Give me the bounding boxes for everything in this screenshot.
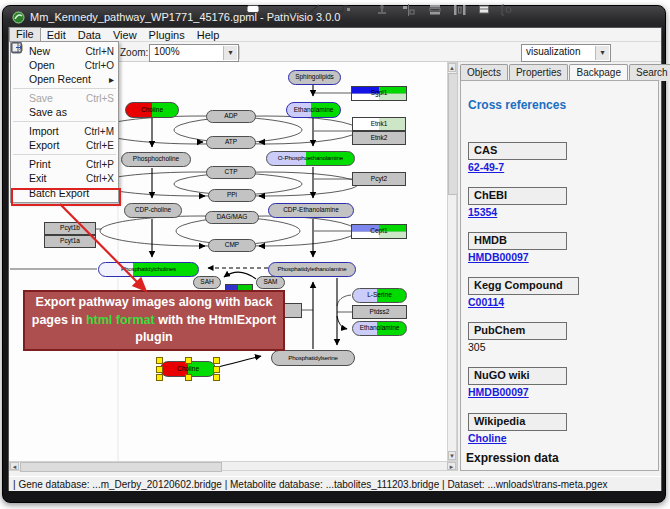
node-ethanolamine[interactable]: Ethanolamine	[286, 102, 341, 118]
line-tool-button[interactable]: ▾	[307, 3, 317, 20]
scrollbar-thumb[interactable]	[20, 462, 222, 472]
menu-plugins[interactable]: Plugins	[143, 28, 191, 42]
node-phosphatidylserine[interactable]: Phosphatidylserine	[271, 350, 355, 366]
xref-link-wikipedia[interactable]: Choline	[468, 432, 507, 444]
selection-handle[interactable]	[213, 374, 220, 381]
selection-handle[interactable]	[213, 357, 220, 364]
annotation-highlight: html format	[86, 313, 155, 327]
node-ctp[interactable]: CTP	[206, 166, 256, 179]
scroll-left-icon[interactable]: ◄	[10, 462, 19, 470]
node-sgpl1[interactable]: Sgpl1	[351, 86, 407, 101]
xref-header-chebi: ChEBI	[468, 187, 567, 205]
node-ethanolamine-bottom[interactable]: Ethanolamine	[352, 321, 407, 336]
scroll-up-icon[interactable]: ▲	[448, 63, 456, 72]
xref-link-hmdb[interactable]: HMDB00097	[468, 251, 529, 263]
selection-handle[interactable]	[156, 357, 163, 364]
node-pcyt2[interactable]: Pcyt2	[352, 172, 406, 186]
xref-link-chebi[interactable]: 15354	[468, 206, 497, 218]
selection-handle[interactable]	[156, 366, 163, 373]
selection-handle[interactable]	[185, 374, 192, 381]
xref-link-cas[interactable]: 62-49-7	[468, 161, 504, 173]
node-etnk1[interactable]: Etnk1	[352, 117, 406, 131]
file-menu-item-save-as[interactable]: Save as	[11, 105, 118, 119]
menu-help[interactable]: Help	[191, 28, 226, 42]
file-menu-item-import[interactable]: ImportCtrl+M	[11, 124, 118, 138]
menu-edit[interactable]: Edit	[41, 28, 72, 42]
distribute-horizontal-button[interactable]	[452, 3, 458, 20]
node-pcyt1b[interactable]: Pcyt1b	[44, 222, 96, 235]
menu-separator	[13, 154, 116, 155]
node-sam[interactable]: SAM	[256, 276, 285, 289]
zoom-label: Zoom:	[120, 47, 148, 58]
open-folder-icon	[14, 59, 29, 71]
node-l-serine[interactable]: L-Serine	[352, 288, 407, 303]
node-cmp[interactable]: CMP	[208, 239, 256, 252]
menu-separator	[13, 88, 116, 89]
line-icon	[308, 4, 320, 14]
zoom-combo[interactable]: 100% ▾	[149, 44, 239, 62]
file-menu-item-open-recent[interactable]: Open Recent ▸	[11, 72, 118, 86]
scale-button[interactable]	[477, 3, 483, 20]
file-menu-item-open[interactable]: OpenCtrl+O	[11, 58, 118, 72]
menu-separator	[13, 121, 116, 122]
selection-handle[interactable]	[156, 374, 163, 381]
file-menu-item-save[interactable]: SaveCtrl+S	[11, 91, 118, 105]
node-anchor-box[interactable]	[284, 303, 302, 318]
common-bounds-button[interactable]	[500, 3, 506, 20]
tab-search[interactable]: Search	[629, 64, 670, 81]
chevron-down-icon[interactable]: ▾	[223, 46, 237, 60]
align-center-button[interactable]	[401, 3, 407, 20]
file-menu-item-exit[interactable]: ExitCtrl+X	[11, 171, 118, 185]
import-icon	[14, 125, 29, 137]
node-cdp-ethanolamine[interactable]: CDP-Ethanolamine	[268, 203, 354, 218]
expression-data-heading: Expression data	[466, 451, 559, 465]
status-text: | Gene database: ...m_Derby_20120602.bri…	[13, 479, 607, 490]
file-menu-item-print[interactable]: PrintCtrl+P	[11, 157, 118, 171]
export-icon	[14, 139, 29, 151]
scroll-right-icon[interactable]: ►	[447, 462, 456, 470]
tab-objects[interactable]: Objects	[460, 64, 508, 81]
node-phosphocholine[interactable]: Phosphocholine	[121, 152, 191, 167]
file-menu-item-new[interactable]: NewCtrl+N	[11, 44, 118, 58]
node-etnk2[interactable]: Etnk2	[352, 131, 406, 145]
datanode-icon	[246, 4, 260, 14]
node-phosphatidylcholines[interactable]: Phosphatidylcholines	[98, 262, 199, 277]
node-pcyt1a[interactable]: Pcyt1a	[44, 235, 96, 248]
chevron-down-icon[interactable]: ▾	[595, 46, 609, 60]
screenshot-root: { "window": { "title": "Mm_Kennedy_pathw…	[0, 0, 670, 509]
node-atp[interactable]: ATP	[206, 136, 256, 149]
selection-handle[interactable]	[185, 357, 192, 364]
node-sah[interactable]: SAH	[193, 276, 221, 289]
node-cdp-choline[interactable]: CDP-choline	[124, 203, 182, 218]
node-o-phosphoethanolamine[interactable]: O-Phosphoethanolamine	[266, 151, 355, 166]
node-ppi[interactable]: PPi	[208, 189, 256, 202]
connector-tool-button[interactable]: ▾	[336, 3, 346, 20]
node-phosphatidylethanolamine[interactable]: Phosphatidylethanolamine	[268, 262, 356, 277]
bounds-icon	[501, 4, 513, 16]
vertical-scrollbar[interactable]: ▲ ▼	[447, 62, 457, 461]
node-dag-mag[interactable]: DAG/MAG	[205, 211, 259, 224]
xref-link-kegg[interactable]: C00114	[468, 296, 504, 308]
stack-vertical-button[interactable]	[428, 3, 434, 20]
scroll-down-icon[interactable]: ▼	[448, 451, 456, 460]
node-cept1[interactable]: Cept1	[351, 224, 407, 239]
label-tool-button[interactable]: Label ▾	[273, 3, 306, 20]
menu-data[interactable]: Data	[72, 28, 107, 42]
xref-link-nugo[interactable]: HMDB00097	[468, 386, 529, 398]
file-menu-item-export[interactable]: ExportCtrl+E	[11, 138, 118, 152]
menu-view[interactable]: View	[107, 28, 143, 42]
visualization-combo[interactable]: visualization ▾	[521, 44, 611, 62]
connector-icon	[337, 4, 350, 14]
selection-handle[interactable]	[213, 366, 220, 373]
tab-properties[interactable]: Properties	[509, 64, 569, 81]
node-sphingolipids[interactable]: Sphingolipids	[288, 70, 341, 85]
node-adp[interactable]: ADP	[206, 110, 256, 123]
node-ptdss2[interactable]: Ptdss2	[352, 305, 407, 319]
node-choline[interactable]: Choline	[125, 102, 179, 118]
sidebar-tabs: Objects Properties Backpage Search Legen…	[460, 64, 660, 81]
horizontal-scrollbar[interactable]: ◄ ►	[9, 461, 457, 471]
save-disk-icon	[14, 92, 29, 104]
datanode-tool-button[interactable]: ▾	[245, 3, 255, 20]
stack-icon	[429, 4, 441, 15]
stamp-tool-button[interactable]	[375, 3, 381, 20]
